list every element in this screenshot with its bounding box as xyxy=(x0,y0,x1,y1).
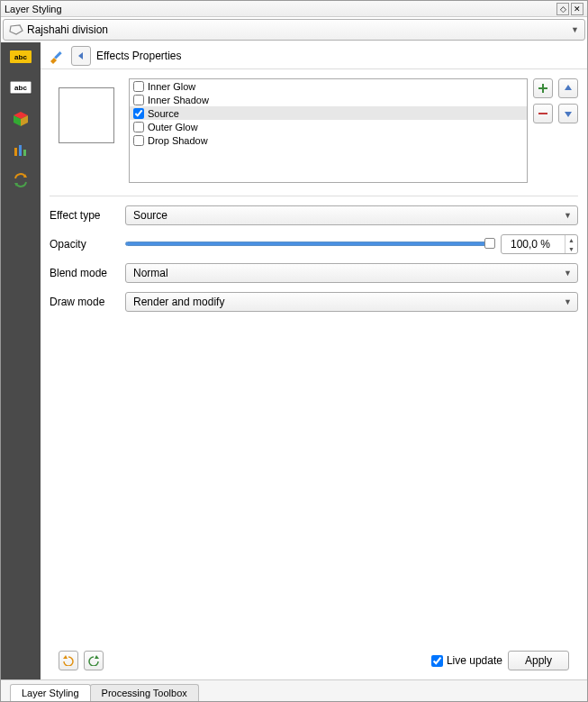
effect-preview xyxy=(59,87,114,143)
labels-abc-yellow-icon[interactable]: abc xyxy=(8,48,33,68)
spin-up-icon[interactable]: ▲ xyxy=(565,235,577,244)
opacity-spinbox[interactable]: ▲▼ xyxy=(501,234,578,254)
layer-selector[interactable]: Rajshahi division ▼ xyxy=(3,19,585,41)
svg-text:abc: abc xyxy=(14,53,27,61)
add-effect-button[interactable] xyxy=(533,78,553,98)
chevron-down-icon: ▼ xyxy=(564,297,572,306)
effect-checkbox[interactable] xyxy=(133,135,144,146)
effects-header-label: Effects Properties xyxy=(96,50,182,62)
effect-item-inner-glow[interactable]: Inner Glow xyxy=(130,79,527,93)
svg-rect-16 xyxy=(538,87,547,89)
chevron-down-icon: ▼ xyxy=(571,25,579,34)
svg-marker-14 xyxy=(78,52,83,59)
effects-header: Effects Properties xyxy=(41,42,587,69)
draw-mode-label: Draw mode xyxy=(50,296,120,308)
svg-rect-10 xyxy=(23,150,26,156)
effect-checkbox[interactable] xyxy=(133,95,144,105)
close-icon[interactable]: ✕ xyxy=(571,3,583,15)
move-down-button[interactable] xyxy=(558,104,578,123)
opacity-slider[interactable] xyxy=(125,237,495,251)
icon-sidebar: abc abc xyxy=(1,42,41,679)
svg-rect-13 xyxy=(54,51,61,59)
draw-mode-select[interactable]: Render and modify▼ xyxy=(125,292,578,312)
opacity-input[interactable] xyxy=(502,238,554,251)
apply-button[interactable]: Apply xyxy=(508,651,569,670)
polygon-layer-icon xyxy=(9,24,23,35)
effect-checkbox[interactable] xyxy=(133,122,144,132)
effect-item-source[interactable]: Source xyxy=(130,106,527,120)
slider-thumb[interactable] xyxy=(484,238,495,249)
back-button[interactable] xyxy=(71,46,91,66)
svg-marker-19 xyxy=(565,112,572,117)
svg-rect-8 xyxy=(14,148,17,156)
tab-layer-styling[interactable]: Layer Styling xyxy=(10,684,91,701)
svg-marker-20 xyxy=(63,655,68,659)
blend-mode-label: Blend mode xyxy=(50,267,120,279)
diagram-icon[interactable] xyxy=(8,140,33,160)
opacity-label: Opacity xyxy=(50,238,120,251)
svg-marker-0 xyxy=(10,25,23,34)
refresh-arrows-icon[interactable] xyxy=(8,170,33,190)
svg-text:abc: abc xyxy=(14,84,27,92)
spin-down-icon[interactable]: ▼ xyxy=(565,244,577,253)
svg-marker-17 xyxy=(565,85,572,90)
live-update-checkbox[interactable]: Live update xyxy=(431,654,502,667)
labels-abc-white-icon[interactable]: abc xyxy=(8,78,33,98)
effect-checkbox[interactable] xyxy=(133,81,144,92)
titlebar: Layer Styling ◇ ✕ xyxy=(1,1,587,17)
bottom-tabs: Layer Styling Processing Toolbox xyxy=(1,679,587,701)
effect-type-label: Effect type xyxy=(50,209,120,222)
svg-rect-9 xyxy=(19,145,22,156)
effect-item-inner-shadow[interactable]: Inner Shadow xyxy=(130,93,527,106)
effect-checkbox[interactable] xyxy=(133,108,144,119)
panel-title: Layer Styling xyxy=(5,4,62,14)
chevron-down-icon: ▼ xyxy=(564,269,572,278)
layer-name: Rajshahi division xyxy=(27,23,108,36)
svg-marker-21 xyxy=(95,655,99,659)
tab-processing-toolbox[interactable]: Processing Toolbox xyxy=(90,684,199,701)
blend-mode-select[interactable]: Normal▼ xyxy=(125,263,578,283)
3d-cube-icon[interactable] xyxy=(8,109,33,129)
move-up-button[interactable] xyxy=(558,78,578,98)
undo-button[interactable] xyxy=(59,651,78,670)
svg-rect-18 xyxy=(538,113,547,114)
effect-type-select[interactable]: Source▼ xyxy=(125,205,578,225)
chevron-down-icon: ▼ xyxy=(564,211,572,220)
remove-effect-button[interactable] xyxy=(533,104,553,123)
brush-icon xyxy=(48,47,66,65)
detach-icon[interactable]: ◇ xyxy=(556,3,569,15)
redo-button[interactable] xyxy=(84,651,104,670)
effect-item-drop-shadow[interactable]: Drop Shadow xyxy=(130,133,527,147)
effects-list[interactable]: Inner Glow Inner Shadow Source Outer Glo… xyxy=(129,78,528,183)
layer-styling-panel: Layer Styling ◇ ✕ Rajshahi division ▼ ab… xyxy=(0,0,588,702)
effect-item-outer-glow[interactable]: Outer Glow xyxy=(130,120,527,133)
